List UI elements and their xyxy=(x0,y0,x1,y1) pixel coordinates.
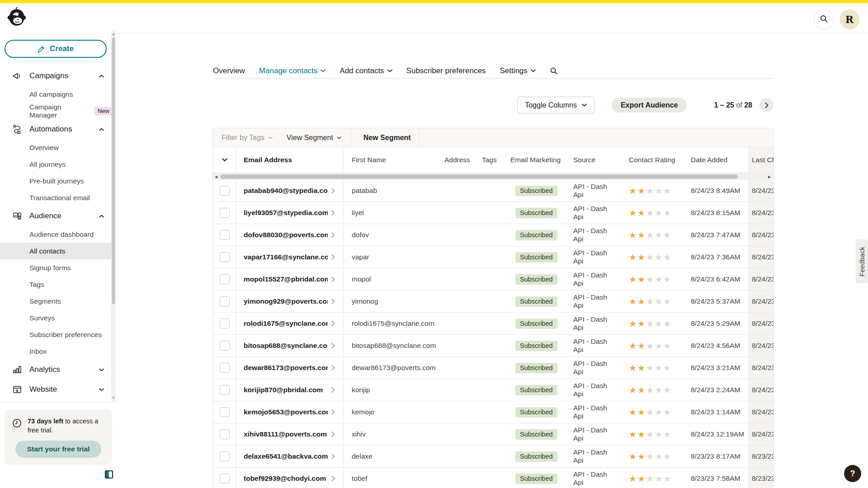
scroll-left-arrow-icon[interactable]: ◀ xyxy=(213,173,219,180)
contact-email-link[interactable]: liyel93057@stypedia.com xyxy=(244,209,328,217)
chevron-right-icon[interactable] xyxy=(331,476,335,481)
contact-email-link[interactable]: dofov88030@poverts.com xyxy=(244,231,328,239)
collapse-sidebar-icon[interactable] xyxy=(105,470,113,479)
chevron-right-icon[interactable] xyxy=(331,409,335,415)
sidebar-item-segments[interactable]: Segments xyxy=(0,293,113,310)
chevron-right-icon[interactable] xyxy=(331,254,335,260)
contact-email-link[interactable]: patabab940@stypedia.com xyxy=(244,187,328,195)
avatar[interactable]: R xyxy=(840,9,859,29)
contacts-search-button[interactable] xyxy=(550,67,558,75)
new-segment-button[interactable]: New Segment xyxy=(351,134,419,142)
global-search-button[interactable] xyxy=(814,9,834,29)
scroll-right-arrow-icon[interactable]: ▶ xyxy=(767,173,772,180)
tags-cell xyxy=(474,468,501,488)
chevron-right-icon[interactable] xyxy=(331,432,335,437)
contact-email-link[interactable]: xihiv88111@poverts.com xyxy=(244,430,327,438)
chevron-right-icon[interactable] xyxy=(331,387,335,393)
toggle-columns-button[interactable]: Toggle Columns xyxy=(517,97,594,113)
sidebar-item-pre-built-journeys[interactable]: Pre-built journeys xyxy=(0,173,113,189)
tab-manage-contacts[interactable]: Manage contacts xyxy=(259,66,326,75)
filter-by-tags-dropdown[interactable]: Filter by Tags xyxy=(222,134,273,142)
row-checkbox[interactable] xyxy=(220,230,230,240)
help-button[interactable]: ? xyxy=(844,465,861,482)
export-audience-button[interactable]: Export Audience xyxy=(612,98,687,113)
contact-email-link[interactable]: korijip870@pbridal.com xyxy=(244,386,323,394)
chevron-right-icon[interactable] xyxy=(331,232,335,238)
horizontal-scrollbar-thumb[interactable] xyxy=(220,174,738,179)
scroll-up-arrow-icon[interactable]: ▲ xyxy=(111,31,116,37)
sidebar-section-website[interactable]: Website xyxy=(0,380,113,399)
column-header-contact-rating[interactable]: Contact Rating xyxy=(614,147,679,173)
column-header-email-marketing[interactable]: Email Marketing xyxy=(501,147,564,173)
sidebar-item-all-contacts[interactable]: All contacts xyxy=(0,243,113,259)
view-segment-dropdown[interactable]: View Segment xyxy=(287,134,341,142)
chevron-right-icon[interactable] xyxy=(331,188,335,193)
contact-email-link[interactable]: mopol15527@pbridal.com xyxy=(244,275,328,283)
row-checkbox[interactable] xyxy=(220,363,230,373)
scroll-down-arrow-icon[interactable]: ▼ xyxy=(111,395,116,400)
sidebar-section-automations[interactable]: Automations xyxy=(0,119,113,139)
tab-settings[interactable]: Settings xyxy=(500,66,535,75)
contact-email-link[interactable]: delaxe6541@backva.com xyxy=(244,452,328,460)
sidebar-item-tags[interactable]: Tags xyxy=(0,276,113,293)
row-checkbox[interactable] xyxy=(220,407,230,417)
feedback-tab[interactable]: Feedback xyxy=(856,239,868,283)
column-header-last-changed[interactable]: Last Changed xyxy=(748,147,774,173)
sidebar-item-subscriber-preferences[interactable]: Subscriber preferences xyxy=(0,326,113,343)
tab-overview[interactable]: Overview xyxy=(213,66,245,75)
chevron-right-icon[interactable] xyxy=(331,321,335,326)
contact-email-link[interactable]: dewar86173@poverts.com xyxy=(244,364,328,372)
row-checkbox[interactable] xyxy=(220,274,230,284)
chevron-right-icon[interactable] xyxy=(331,454,335,459)
start-trial-button[interactable]: Start your free trial xyxy=(15,441,101,458)
sidebar-section-campaigns[interactable]: Campaigns xyxy=(0,66,113,86)
row-checkbox[interactable] xyxy=(220,208,230,218)
column-header-first-name[interactable]: First Name xyxy=(344,147,436,173)
first-name-cell: tobef xyxy=(344,468,436,488)
sidebar-section-audience[interactable]: Audience xyxy=(0,206,113,226)
sidebar-item-all-journeys[interactable]: All journeys xyxy=(0,156,113,173)
row-checkbox[interactable] xyxy=(220,252,230,262)
row-checkbox[interactable] xyxy=(220,451,230,461)
sidebar-item-overview[interactable]: Overview xyxy=(0,139,113,156)
sidebar-item-campaign-manager[interactable]: Campaign ManagerNew xyxy=(0,103,113,119)
sidebar-item-audience-dashboard[interactable]: Audience dashboard xyxy=(0,226,113,243)
sidebar-scrollbar-thumb[interactable] xyxy=(112,38,115,304)
contact-email-link[interactable]: bitosap688@synclane.com xyxy=(244,342,328,350)
column-header-address[interactable]: Address xyxy=(436,147,474,173)
sidebar-item-inbox[interactable]: Inbox xyxy=(0,343,113,360)
contact-email-link[interactable]: rolodi1675@synclane.com xyxy=(244,319,328,328)
chevron-right-icon[interactable] xyxy=(331,210,335,216)
contact-email-link[interactable]: vapar17166@synclane.com xyxy=(244,253,328,261)
tab-add-contacts[interactable]: Add contacts xyxy=(340,66,392,75)
column-header-date-added[interactable]: Date Added xyxy=(679,147,748,173)
row-checkbox[interactable] xyxy=(220,385,230,395)
create-button[interactable]: Create xyxy=(5,40,107,58)
clock-icon xyxy=(12,418,22,435)
chevron-right-icon[interactable] xyxy=(331,299,335,304)
chevron-right-icon[interactable] xyxy=(331,343,335,348)
contact-email-link[interactable]: yimonog929@poverts.com xyxy=(244,297,328,305)
tab-subscriber-preferences[interactable]: Subscriber preferences xyxy=(406,66,486,75)
column-header-tags[interactable]: Tags xyxy=(474,147,501,173)
sidebar-section-analytics[interactable]: Analytics xyxy=(0,360,113,380)
column-header-email[interactable]: Email Address xyxy=(236,147,344,173)
row-checkbox[interactable] xyxy=(220,319,230,328)
chevron-right-icon[interactable] xyxy=(331,277,335,282)
mailchimp-logo-icon[interactable] xyxy=(7,7,27,28)
sidebar-item-surveys[interactable]: Surveys xyxy=(0,310,113,326)
row-checkbox[interactable] xyxy=(220,474,230,483)
select-all-dropdown[interactable] xyxy=(213,147,236,173)
contact-email-link[interactable]: tobef92939@chodyi.com xyxy=(244,474,326,483)
row-checkbox[interactable] xyxy=(220,341,230,351)
next-page-button[interactable] xyxy=(760,98,774,112)
row-checkbox[interactable] xyxy=(220,296,230,306)
chevron-right-icon[interactable] xyxy=(331,365,335,371)
column-header-source[interactable]: Source xyxy=(564,147,614,173)
sidebar-item-all-campaigns[interactable]: All campaigns xyxy=(0,86,113,103)
sidebar-item-signup-forms[interactable]: Signup forms xyxy=(0,259,113,276)
row-checkbox[interactable] xyxy=(220,429,230,439)
contact-email-link[interactable]: kemojo5653@poverts.com xyxy=(244,408,328,416)
row-checkbox[interactable] xyxy=(220,186,230,196)
sidebar-item-transactional-email[interactable]: Transactional email xyxy=(0,189,113,206)
